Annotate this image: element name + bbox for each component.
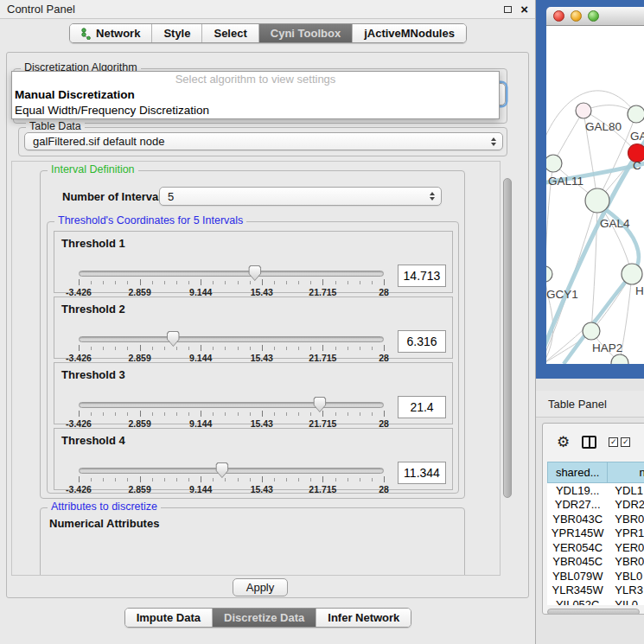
tick-mark [384, 476, 385, 482]
tick-mark [360, 478, 360, 481]
table-row[interactable]: YBR045CYBR0 [547, 555, 644, 570]
tick-mark [115, 281, 116, 284]
table-cell[interactable]: YDR2 [608, 498, 644, 511]
popup-item[interactable]: Equal Width/Frequency Discretization [12, 103, 499, 118]
table-row[interactable]: YIL052CYIL0 [547, 597, 644, 605]
table-row[interactable]: YBR043CYBR0 [547, 512, 644, 526]
apply-button[interactable]: Apply [233, 578, 288, 596]
tick-mark [238, 347, 239, 350]
zoom-traffic-light[interactable] [588, 10, 599, 22]
close-icon[interactable]: × [520, 3, 528, 16]
network-window-titlebar [546, 7, 644, 26]
slider-track[interactable] [79, 468, 384, 474]
tick-mark [238, 412, 239, 416]
slider-track[interactable] [79, 402, 384, 408]
network-node[interactable] [546, 155, 562, 172]
table-row[interactable]: YDL19...YDL1 [547, 483, 644, 498]
network-node[interactable] [585, 188, 609, 213]
table-row[interactable]: YER054CYER0 [547, 540, 644, 555]
network-node[interactable] [576, 103, 591, 118]
tick-mark [372, 281, 373, 284]
network-node[interactable] [583, 322, 600, 340]
table-cell[interactable]: YDL1 [608, 484, 644, 497]
num-intervals-combobox[interactable]: 5 [159, 187, 442, 206]
tab-cyni-toolbox[interactable]: Cyni Toolbox [258, 24, 352, 42]
algorithm-dropdown-popup: Select algorithm to view settings Manual… [11, 71, 500, 119]
column-header-name[interactable]: n [608, 462, 644, 483]
node-label: GAL11 [548, 175, 583, 188]
table-data-combobox[interactable]: galFiltered.sif default node [24, 132, 503, 150]
table-horizontal-scrollbar[interactable] [547, 609, 640, 615]
checkbox-icon[interactable]: ✓ [621, 437, 630, 447]
tick-mark [188, 478, 189, 481]
tick-mark [152, 281, 153, 284]
network-canvas[interactable]: GAL80GACGAL11GAL4GCY1HHAP2 [546, 26, 644, 364]
network-node[interactable] [546, 266, 552, 282]
tab-jactivemnodules[interactable]: jActiveMNodules [352, 24, 466, 42]
tick-mark [348, 478, 348, 481]
table-cell[interactable]: YBR043C [547, 513, 608, 526]
panel-title: Control Panel [7, 3, 504, 16]
tab-discretize-data[interactable]: Discretize Data [212, 609, 316, 627]
threshold-slider[interactable]: -3.4262.8599.14415.4321.71528 [79, 465, 384, 494]
float-window-icon[interactable] [504, 6, 512, 13]
table-cell[interactable]: YLR345W [547, 583, 608, 596]
table-row[interactable]: YDR27...YDR2 [547, 498, 644, 513]
table-cell[interactable]: YPR145W [547, 526, 608, 539]
table-cell[interactable]: YBR0 [608, 555, 644, 568]
checkbox-icon[interactable]: ✓ [609, 437, 618, 447]
tick-mark [115, 478, 116, 481]
tab-style[interactable]: Style [151, 24, 201, 42]
table-row[interactable]: YLR345WYLR3 [547, 583, 644, 598]
network-node[interactable] [611, 354, 628, 364]
threshold-slider[interactable]: -3.4262.8599.14415.4321.71528 [79, 399, 384, 429]
split-view-icon[interactable] [582, 436, 596, 449]
network-node[interactable] [622, 264, 642, 284]
thresholds-container: Threshold 1 14.713 -3.4262.8599.14415.43… [54, 231, 453, 494]
table-cell[interactable]: YIL0 [608, 598, 644, 605]
table-row[interactable]: YPR145WYPR1 [547, 526, 644, 541]
threshold-value-field[interactable]: 21.4 [398, 396, 446, 418]
close-traffic-light[interactable] [553, 10, 564, 22]
tab-infer-network[interactable]: Infer Network [316, 609, 411, 627]
settings-scrollbar-thumb[interactable] [503, 178, 512, 498]
combo-stepper-icon [430, 192, 435, 201]
tick-mark [322, 476, 323, 482]
threshold-value-field[interactable]: 11.344 [398, 462, 446, 484]
table-cell[interactable]: YBR0 [608, 513, 644, 526]
table-cell[interactable]: YDL19... [547, 484, 608, 497]
table-cell[interactable]: YPR1 [608, 526, 644, 539]
threshold-slider[interactable]: -3.4262.8599.14415.4321.71528 [79, 268, 384, 297]
slider-track[interactable] [79, 271, 384, 277]
table-cell[interactable]: YIL052C [547, 598, 608, 605]
table-cell[interactable]: YDR27... [547, 498, 608, 511]
tab-impute-data[interactable]: Impute Data [125, 609, 212, 627]
threshold-value-field[interactable]: 6.316 [398, 330, 446, 353]
table-cell[interactable]: YBL079W [547, 570, 608, 583]
table-toolbar: ⚙ ✓ ✓ [543, 424, 644, 460]
table-row[interactable]: YBL079WYBL0 [547, 569, 644, 583]
slider-track[interactable] [79, 336, 384, 342]
tick-mark [164, 347, 165, 350]
tick-mark [298, 347, 299, 350]
table-panel: ⚙ ✓ ✓ shared... n YDL19...YDL1YDR27...YD… [542, 423, 644, 615]
settings-scrollbar[interactable] [502, 163, 513, 574]
table-cell[interactable]: YBR045C [547, 555, 608, 568]
tick-mark [384, 279, 385, 285]
popup-item[interactable]: Manual Discretization [12, 87, 499, 103]
network-node[interactable] [628, 105, 644, 123]
table-cell[interactable]: YER0 [608, 541, 644, 554]
tab-network[interactable]: Network [70, 24, 151, 42]
table-cell[interactable]: YBL0 [608, 570, 644, 583]
table-cell[interactable]: YER054C [547, 541, 608, 554]
interval-definition-group: Interval Definition Number of Intervals … [40, 170, 465, 499]
minimize-traffic-light[interactable] [571, 10, 582, 22]
tick-mark [322, 411, 323, 417]
gear-icon[interactable]: ⚙ [557, 435, 570, 450]
threshold-value-field[interactable]: 14.713 [398, 265, 446, 287]
tab-select[interactable]: Select [201, 24, 258, 42]
column-header-shared[interactable]: shared... [547, 462, 608, 483]
tick-mark [360, 347, 360, 350]
table-cell[interactable]: YLR3 [608, 583, 644, 596]
threshold-slider[interactable]: -3.4262.8599.14415.4321.71528 [79, 334, 384, 363]
